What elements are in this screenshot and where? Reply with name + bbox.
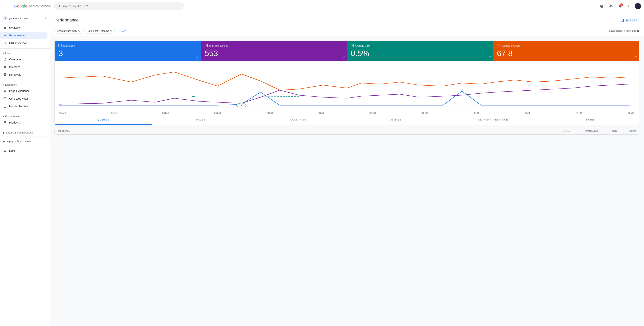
col-header-impressions[interactable]: Impressions (571, 130, 598, 133)
page-title-row: Performance EXPORT (54, 15, 640, 26)
ctr-info-icon[interactable]: ? (489, 55, 491, 59)
section-security[interactable]: ▶ Security & Manual Actions (0, 130, 50, 135)
url-search-bar[interactable] (54, 2, 184, 10)
metric-card-clicks[interactable]: Total clicks 3 ? (55, 41, 201, 61)
users-button[interactable] (607, 2, 615, 10)
x-label-8: 4/1/22 (474, 112, 480, 114)
logo[interactable]: Google Search Console (14, 4, 51, 9)
url-search-input[interactable] (62, 4, 181, 8)
sidebar-item-links[interactable]: Links (0, 147, 47, 155)
avatar-image (635, 3, 641, 9)
tab-dates[interactable]: DATES (542, 115, 639, 125)
queries-table: Top queries ↓ Clicks Impressions CTR Pos… (54, 128, 640, 135)
sidebar-item-overview[interactable]: Overview (0, 24, 47, 32)
notification-count: 5 (620, 3, 623, 6)
sidebar-label-links: Links (9, 149, 16, 152)
x-label-9: 4/9/22 (524, 112, 530, 114)
table-col-headers: Top queries ↓ Clicks Impressions CTR Pos… (55, 128, 639, 134)
x-label-0: 1/27/22 (59, 112, 66, 114)
avatar[interactable] (635, 3, 641, 9)
metric-card-position-header: Average position (497, 44, 636, 47)
metric-card-impressions[interactable]: Total impressions 553 ? (201, 41, 347, 61)
sidebar-label-mobile-usability: Mobile Usability (9, 105, 28, 108)
tab-queries[interactable]: QUERIES (55, 115, 152, 125)
search-icon (57, 4, 60, 8)
chevron-down-icon-3: ▾ (3, 115, 4, 118)
divider-6 (0, 145, 50, 145)
x-label-2: 2/12/22 (162, 112, 169, 114)
section-experience[interactable]: ▾ Experience (0, 82, 50, 87)
clicks-info-icon[interactable]: ? (197, 55, 198, 59)
info-icon (637, 29, 640, 32)
product-name: Search Console (29, 4, 51, 8)
position-checkbox[interactable] (497, 44, 500, 47)
sidebar-label-removals: Removals (9, 73, 21, 76)
col-header-position[interactable]: Position (617, 130, 636, 133)
sidebar-item-removals[interactable]: Removals (0, 71, 47, 78)
sidebar-item-mobile-usability[interactable]: Mobile Usability (0, 102, 47, 110)
download-icon (622, 19, 625, 22)
sidebar-label-performance: Performance (9, 34, 24, 37)
svg-line-1 (60, 7, 60, 7)
help-button[interactable] (598, 2, 606, 10)
svg-text:1: 1 (240, 104, 243, 107)
section-index[interactable]: ▾ Index (0, 50, 50, 55)
apps-icon (628, 4, 631, 8)
section-enhancements[interactable]: ▾ Enhancements (0, 113, 50, 119)
edit-icon: ✎ (78, 29, 80, 32)
col-header-clicks[interactable]: ↓ Clicks (544, 130, 571, 133)
divider-1 (0, 48, 50, 49)
col-header-ctr[interactable]: CTR (598, 130, 617, 133)
tab-devices[interactable]: DEVICES (347, 115, 444, 125)
position-info-icon[interactable]: ? (635, 55, 637, 59)
sidebar: yourdomain.com ▾ Overview Performance UR… (0, 12, 50, 326)
tab-search-appearance[interactable]: SEARCH APPEARANCE (444, 115, 542, 125)
impressions-checkbox[interactable] (205, 44, 208, 47)
position-label: Average position (501, 44, 520, 47)
sidebar-item-products[interactable]: Products (0, 119, 47, 126)
date-filter[interactable]: Date: Last 3 months ✎ (84, 28, 115, 34)
section-legacy-label: Legacy tools and reports (6, 140, 31, 143)
filters-row: Search type: Web ✎ Date: Last 3 months ✎… (54, 26, 640, 36)
export-label: EXPORT (626, 19, 637, 22)
sidebar-item-performance[interactable]: Performance (0, 32, 47, 39)
section-index-label: Index (5, 52, 11, 55)
apps-button[interactable] (626, 2, 633, 10)
impressions-value: 553 (205, 49, 343, 58)
tab-pages[interactable]: PAGES (152, 115, 249, 125)
data-tabs: QUERIES PAGES COUNTRIES DEVICES SEARCH A… (55, 115, 639, 125)
menu-button[interactable] (3, 2, 11, 10)
sidebar-item-sitemaps[interactable]: Sitemaps (0, 63, 47, 71)
sidebar-item-coverage[interactable]: Coverage (0, 55, 47, 63)
property-selector[interactable]: yourdomain.com ▾ (0, 14, 50, 22)
impressions-info-icon[interactable]: ? (343, 55, 344, 59)
property-icon (3, 16, 8, 20)
x-label-7: 3/24/22 (422, 112, 428, 114)
sidebar-item-url-inspection[interactable]: URL inspection (0, 39, 47, 47)
clicks-checkbox[interactable] (58, 44, 62, 47)
search-type-filter[interactable]: Search type: Web ✎ (54, 28, 82, 34)
sidebar-item-page-experience[interactable]: Page Experience (0, 87, 47, 95)
property-name: yourdomain.com (9, 17, 44, 19)
search-type-label: Search type: Web (57, 29, 77, 32)
metric-card-ctr[interactable]: Average CTR 0.5% ? (347, 41, 493, 61)
ctr-checkbox[interactable] (351, 44, 354, 47)
ctr-label: Average CTR (355, 44, 370, 47)
add-filter-button[interactable]: + New (116, 28, 127, 34)
sidebar-item-core-web-vitals[interactable]: Core Web Vitals (0, 95, 47, 102)
metric-card-ctr-header: Average CTR (351, 44, 489, 47)
users-icon (609, 4, 613, 8)
sidebar-label-sitemaps: Sitemaps (9, 65, 20, 68)
content-body: Total clicks 3 ? Total impressions 553 ? (50, 36, 644, 139)
chart-svg: 1 (59, 66, 634, 110)
sidebar-label-core-web-vitals: Core Web Vitals (9, 97, 28, 100)
section-enhancements-label: Enhancements (5, 115, 20, 118)
notifications-button[interactable]: 5 (616, 2, 624, 10)
section-legacy[interactable]: ▶ Legacy tools and reports (0, 138, 50, 144)
export-button[interactable]: EXPORT (619, 17, 640, 24)
section-experience-label: Experience (5, 83, 17, 86)
diamond-icon (3, 121, 7, 124)
tab-countries[interactable]: COUNTRIES (250, 115, 347, 125)
sidebar-label-products: Products (9, 121, 20, 124)
metric-card-position[interactable]: Average position 67.8 ? (493, 41, 640, 61)
